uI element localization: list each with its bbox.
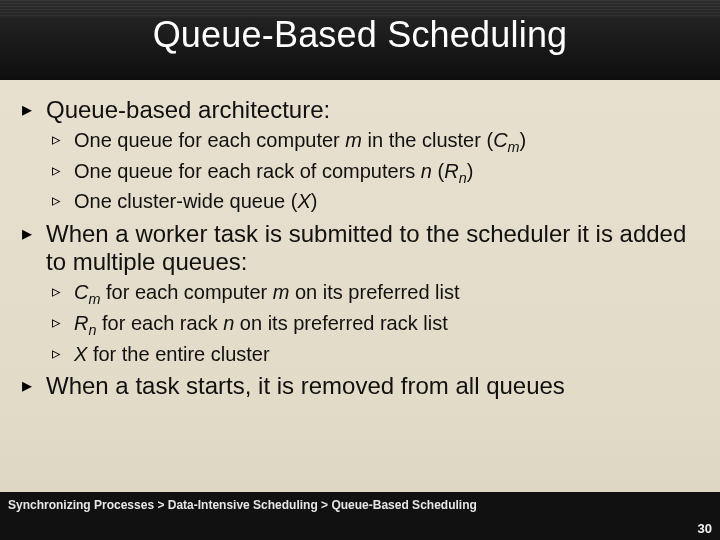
text: in the cluster ( [362,129,493,151]
bullet-architecture: Queue-based architecture: [18,96,702,124]
text: on its preferred list [289,281,459,303]
var-X: X [74,343,87,365]
text: ) [520,129,527,151]
text: for the entire cluster [87,343,269,365]
sub-m: m [88,291,100,307]
text: One cluster-wide queue ( [74,190,297,212]
var-C: C [74,281,88,303]
page-number: 30 [698,521,712,536]
var-m: m [273,281,290,303]
slide: Queue-Based Scheduling Queue-based archi… [0,0,720,540]
subbullet-computer-queue: One queue for each computer m in the clu… [48,128,702,157]
subbullet-rn-preferred: Rn for each rack n on its preferred rack… [48,311,702,340]
var-m: m [345,129,362,151]
text: for each rack [96,312,223,334]
var-n: n [421,160,432,182]
text: on its preferred rack list [234,312,447,334]
text: ( [432,160,444,182]
sub-m: m [508,139,520,155]
bullet-submit: When a worker task is submitted to the s… [18,220,702,277]
subbullet-cluster-queue: One cluster-wide queue (X) [48,189,702,213]
subbullet-x-cluster: X for the entire cluster [48,342,702,366]
text: ) [467,160,474,182]
subbullet-rack-queue: One queue for each rack of computers n (… [48,159,702,188]
slide-title: Queue-Based Scheduling [0,14,720,56]
var-X: X [297,190,310,212]
var-C: C [493,129,507,151]
text: One queue for each rack of computers [74,160,421,182]
subbullet-cm-preferred: Cm for each computer m on its preferred … [48,280,702,309]
sub-n: n [459,170,467,186]
text: for each computer [100,281,272,303]
var-R: R [444,160,458,182]
var-R: R [74,312,88,334]
text: One queue for each computer [74,129,345,151]
bullet-remove: When a task starts, it is removed from a… [18,372,702,400]
slide-footer: Synchronizing Processes > Data-Intensive… [0,492,720,540]
breadcrumb: Synchronizing Processes > Data-Intensive… [8,498,477,512]
var-n: n [223,312,234,334]
slide-body: Queue-based architecture: One queue for … [18,90,702,404]
text: ) [311,190,318,212]
